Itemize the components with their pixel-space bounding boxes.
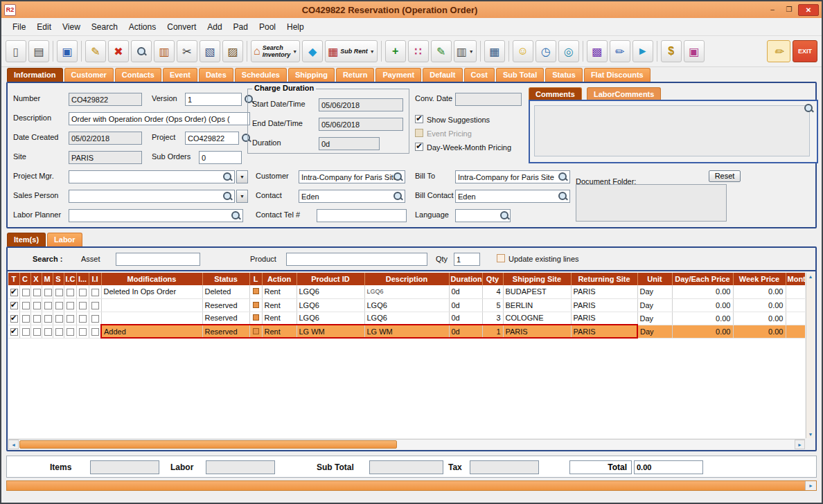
add-line-button[interactable]: +: [385, 40, 406, 62]
cell-unit[interactable]: Day: [637, 298, 672, 312]
project-mgr-search-icon[interactable]: [222, 172, 233, 182]
cell-month-price[interactable]: [786, 312, 805, 325]
availability-button[interactable]: ◆: [302, 40, 323, 62]
labor-total-input[interactable]: [206, 460, 275, 474]
table-row-selected[interactable]: Added Reserved Rent LG WM LG WM 0d 1 PAR…: [8, 325, 805, 338]
flag-checkbox[interactable]: [91, 328, 99, 336]
scroll-down-icon[interactable]: ▼: [808, 432, 813, 437]
find-button[interactable]: [131, 40, 152, 62]
qty-input[interactable]: [454, 253, 480, 266]
project-mgr-input[interactable]: [69, 170, 235, 183]
flag-checkbox[interactable]: [67, 289, 74, 296]
asset-input[interactable]: [116, 253, 200, 266]
flag-checkbox[interactable]: [79, 315, 87, 323]
network-print-button[interactable]: ▦: [484, 40, 505, 62]
minimize-button[interactable]: –: [765, 4, 780, 16]
flag-checkbox[interactable]: [91, 302, 99, 309]
disc-button[interactable]: ◎: [558, 40, 579, 62]
cell-returning-site[interactable]: PARIS: [571, 285, 637, 298]
print-button[interactable]: ▤: [28, 40, 49, 62]
cell-modifications[interactable]: Deleted In Ops Order: [101, 285, 202, 298]
flag-checkbox[interactable]: [44, 315, 52, 323]
number-input[interactable]: [69, 93, 142, 106]
sub-orders-input[interactable]: [199, 151, 242, 164]
transfer-button[interactable]: ►: [632, 40, 653, 62]
scroll-up-icon[interactable]: ▲: [808, 274, 813, 279]
cell-returning-site[interactable]: PARIS: [571, 325, 637, 338]
flag-checkbox[interactable]: [79, 302, 87, 309]
vertical-scrollbar[interactable]: ▲ ▼: [806, 273, 815, 438]
flag-checkbox[interactable]: [55, 315, 63, 323]
delete-button[interactable]: ✖: [108, 40, 129, 62]
tab-cost[interactable]: Cost: [464, 68, 495, 82]
flag-checkbox[interactable]: [44, 328, 52, 336]
menu-pad[interactable]: Pad: [228, 20, 254, 34]
tab-sub-total[interactable]: Sub Total: [496, 68, 544, 82]
flag-checkbox[interactable]: [44, 289, 52, 296]
flag-checkbox[interactable]: [22, 302, 30, 309]
conv-date-input[interactable]: [455, 93, 522, 106]
dwm-pricing-checkbox[interactable]: [415, 143, 423, 151]
column-header[interactable]: T: [8, 273, 19, 285]
column-header[interactable]: S: [53, 273, 64, 285]
tax-input[interactable]: [470, 460, 539, 474]
copies-dropdown-icon[interactable]: ▼: [469, 49, 474, 54]
cube-button[interactable]: ▩: [587, 40, 608, 62]
comments-textarea[interactable]: [534, 105, 810, 156]
bill-contact-search-icon[interactable]: [558, 191, 568, 201]
cell-shipping-site[interactable]: COLOGNE: [503, 312, 571, 325]
new-document-button[interactable]: ▯: [6, 40, 26, 62]
bill-to-search-icon[interactable]: [558, 172, 568, 182]
column-header-product-id[interactable]: Product ID: [297, 273, 364, 285]
cell-day-price[interactable]: 0.00: [672, 298, 733, 312]
close-button[interactable]: ✕: [798, 4, 819, 16]
sub-rent-dropdown-icon[interactable]: ▼: [370, 49, 375, 54]
cell-unit[interactable]: Day: [637, 325, 672, 338]
cell-week-price[interactable]: 0.00: [733, 325, 786, 338]
flag-checkbox[interactable]: [55, 302, 63, 309]
sales-person-search-icon[interactable]: [222, 191, 233, 201]
cell-qty[interactable]: 1: [482, 325, 503, 338]
column-header-shipping-site[interactable]: Shipping Site: [503, 273, 571, 285]
cell-status[interactable]: Reserved: [202, 298, 249, 312]
menu-edit[interactable]: Edit: [31, 20, 57, 34]
cell-product-id[interactable]: LGQ6: [297, 285, 364, 298]
cell-description[interactable]: LGQ6: [364, 285, 449, 298]
start-date-input[interactable]: [319, 98, 403, 111]
column-header-month-price[interactable]: Month: [786, 273, 805, 285]
cell-status[interactable]: Reserved: [202, 312, 249, 325]
cell-description[interactable]: LGQ6: [364, 298, 449, 312]
cell-product-id[interactable]: LGQ6: [297, 312, 364, 325]
flag-checkbox[interactable]: [91, 289, 99, 296]
cell-returning-site[interactable]: PARIS: [571, 298, 637, 312]
flag-checkbox[interactable]: [67, 302, 74, 309]
cell-month-price[interactable]: [786, 298, 805, 312]
feedback-button[interactable]: ☺: [513, 40, 533, 62]
menu-help[interactable]: Help: [281, 20, 310, 34]
product-input[interactable]: [286, 253, 427, 266]
column-header[interactable]: M: [42, 273, 53, 285]
column-header-status[interactable]: Status: [202, 273, 249, 285]
cell-description[interactable]: LGQ6: [364, 312, 449, 325]
cell-modifications[interactable]: [101, 298, 202, 312]
table-row[interactable]: Reserved Rent LGQ6 LGQ6 0d 5 BERLIN PARI…: [8, 298, 805, 312]
row-checkbox[interactable]: [10, 302, 18, 309]
cell-unit[interactable]: Day: [637, 312, 672, 325]
cell-qty[interactable]: 3: [482, 312, 503, 325]
items-total-input[interactable]: [90, 460, 159, 474]
horizontal-scrollbar[interactable]: ◄ ►: [8, 439, 805, 449]
menu-convert[interactable]: Convert: [161, 20, 202, 34]
scroll-left-icon[interactable]: ◄: [8, 440, 19, 449]
tab-customer[interactable]: Customer: [64, 68, 114, 82]
flag-checkbox[interactable]: [91, 315, 99, 323]
bill-contact-input[interactable]: [455, 190, 570, 203]
table-row[interactable]: Reserved Rent LGQ6 LGQ6 0d 3 COLOGNE PAR…: [8, 312, 805, 325]
menu-view[interactable]: View: [57, 20, 86, 34]
flag-checkbox[interactable]: [22, 315, 30, 323]
contact-input[interactable]: [299, 190, 405, 203]
cell-week-price[interactable]: 0.00: [733, 285, 786, 298]
sales-person-input[interactable]: [69, 190, 235, 203]
cell-status[interactable]: Reserved: [202, 325, 249, 338]
exit-button[interactable]: EXIT: [793, 40, 817, 62]
tab-default[interactable]: Default: [423, 68, 462, 82]
